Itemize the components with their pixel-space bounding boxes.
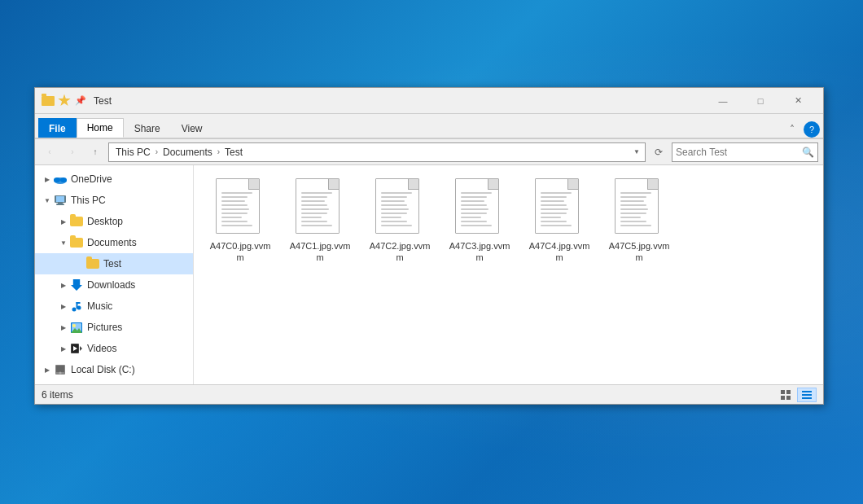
file-icon-1 bbox=[296, 178, 344, 237]
refresh-button[interactable]: ⟳ bbox=[649, 142, 668, 162]
svg-rect-28 bbox=[802, 397, 812, 399]
file-item-5[interactable]: A47C5.jpg.vvmm bbox=[602, 175, 676, 267]
view-list-button[interactable] bbox=[797, 388, 817, 402]
sidebar-item-music[interactable]: ▶ Music bbox=[35, 296, 193, 317]
file-name-5: A47C5.jpg.vvmm bbox=[606, 240, 672, 264]
files-area: A47C0.jpg.vvmmA47C1.jpg.vvmmA47C2.jpg.vv… bbox=[194, 165, 823, 384]
grid-view-icon bbox=[780, 389, 791, 401]
computer-icon bbox=[53, 194, 68, 207]
desktop-folder-icon bbox=[69, 215, 84, 228]
minimize-button[interactable]: — bbox=[704, 88, 742, 114]
svg-point-1 bbox=[54, 177, 60, 182]
downloads-icon bbox=[69, 278, 84, 291]
music-icon bbox=[69, 300, 84, 313]
up-button[interactable]: ↑ bbox=[85, 142, 105, 162]
path-dropdown-arrow[interactable]: ▼ bbox=[633, 148, 640, 156]
address-bar: ‹ › ↑ This PC › Documents › Test ▼ ⟳ 🔍 bbox=[35, 139, 823, 165]
explorer-window: 📌 Test — □ ✕ File Home Share View ˄ ? ‹ … bbox=[34, 87, 824, 405]
file-item-3[interactable]: A47C3.jpg.vvmm bbox=[443, 175, 516, 267]
svg-marker-17 bbox=[80, 346, 82, 351]
back-button[interactable]: ‹ bbox=[40, 142, 59, 162]
close-button[interactable]: ✕ bbox=[779, 88, 817, 114]
test-folder-icon bbox=[85, 257, 100, 270]
ribbon-tabs: File Home Share View ˄ ? bbox=[35, 114, 823, 138]
documents-folder-icon bbox=[69, 236, 84, 249]
disk-icon bbox=[53, 363, 68, 376]
expand-arrow-localdisk[interactable]: ▶ bbox=[42, 366, 53, 374]
title-bar-icons: 📌 bbox=[42, 94, 87, 107]
window-controls: — □ ✕ bbox=[704, 88, 817, 114]
file-item-4[interactable]: A47C4.jpg.vvmm bbox=[523, 175, 596, 267]
view-grid-button[interactable] bbox=[776, 388, 795, 402]
search-input[interactable] bbox=[676, 147, 802, 158]
onedrive-icon bbox=[53, 173, 68, 186]
file-name-2: A47C2.jpg.vvmm bbox=[366, 240, 433, 264]
sidebar-item-desktop[interactable]: ▶ Desktop bbox=[35, 211, 193, 232]
svg-rect-5 bbox=[58, 203, 63, 204]
svg-point-13 bbox=[72, 324, 76, 327]
sidebar-label-localdisk: Local Disk (C:) bbox=[71, 364, 135, 375]
svg-point-7 bbox=[72, 308, 77, 312]
sidebar-item-pictures[interactable]: ▶ Pictures bbox=[35, 317, 193, 338]
expand-arrow-desktop[interactable]: ▶ bbox=[58, 218, 69, 226]
expand-arrow-downloads[interactable]: ▶ bbox=[58, 282, 69, 289]
help-button[interactable]: ? bbox=[804, 121, 820, 138]
folder-icon-title bbox=[42, 94, 55, 107]
path-segment-test[interactable]: Test bbox=[223, 147, 244, 158]
expand-arrow-thispc[interactable]: ▼ bbox=[42, 197, 53, 204]
tab-share[interactable]: Share bbox=[124, 118, 171, 138]
sidebar-item-localdisk[interactable]: ▶ Local Disk (C:) bbox=[35, 359, 193, 380]
ribbon: File Home Share View ˄ ? bbox=[35, 114, 823, 139]
sidebar: ▶ OneDrive ▼ bbox=[35, 165, 194, 384]
sidebar-label-music: Music bbox=[87, 300, 112, 312]
expand-arrow-music[interactable]: ▶ bbox=[58, 303, 69, 310]
file-name-1: A47C1.jpg.vvmm bbox=[287, 240, 353, 264]
status-bar: 6 items bbox=[35, 384, 823, 404]
quick-access-star bbox=[58, 94, 71, 107]
svg-rect-27 bbox=[802, 394, 812, 396]
sidebar-item-downloads[interactable]: ▶ Downloads bbox=[35, 274, 193, 296]
title-bar: 📌 Test — □ ✕ bbox=[35, 88, 823, 114]
sidebar-item-thispc[interactable]: ▼ This PC bbox=[35, 190, 193, 211]
sidebar-label-videos: Videos bbox=[87, 343, 116, 354]
sidebar-item-videos[interactable]: ▶ Videos bbox=[35, 338, 193, 359]
sidebar-item-onedrive[interactable]: ▶ OneDrive bbox=[35, 169, 193, 190]
svg-rect-23 bbox=[786, 390, 791, 394]
ribbon-collapse-button[interactable]: ˄ bbox=[784, 121, 800, 138]
svg-rect-22 bbox=[781, 390, 785, 394]
svg-rect-24 bbox=[781, 396, 785, 400]
tab-home[interactable]: Home bbox=[77, 118, 124, 138]
path-sep-1: › bbox=[156, 147, 158, 156]
file-item-0[interactable]: A47C0.jpg.vvmm bbox=[204, 175, 277, 267]
svg-rect-20 bbox=[56, 366, 64, 372]
main-area: ▶ OneDrive ▼ bbox=[35, 165, 823, 384]
svg-rect-4 bbox=[56, 196, 64, 202]
file-icon-0 bbox=[216, 178, 265, 237]
file-icon-5 bbox=[615, 178, 664, 237]
search-icon[interactable]: 🔍 bbox=[802, 147, 814, 158]
sidebar-item-documents[interactable]: ▼ Documents bbox=[35, 232, 193, 253]
path-segment-thispc[interactable]: This PC bbox=[114, 147, 152, 158]
path-sep-2: › bbox=[217, 147, 220, 156]
file-item-2[interactable]: A47C2.jpg.vvmm bbox=[363, 175, 436, 267]
expand-arrow-onedrive[interactable]: ▶ bbox=[42, 176, 53, 183]
path-segment-documents[interactable]: Documents bbox=[161, 147, 214, 158]
expand-arrow-videos[interactable]: ▶ bbox=[58, 345, 69, 353]
forward-button[interactable]: › bbox=[63, 142, 82, 162]
maximize-button[interactable]: □ bbox=[742, 88, 779, 114]
tab-view[interactable]: View bbox=[171, 118, 213, 138]
file-name-0: A47C0.jpg.vvmm bbox=[207, 240, 274, 264]
view-buttons bbox=[776, 388, 817, 402]
list-view-icon bbox=[801, 389, 813, 401]
file-icon-4 bbox=[535, 178, 584, 237]
expand-arrow-pictures[interactable]: ▶ bbox=[58, 324, 69, 331]
svg-rect-6 bbox=[56, 204, 64, 205]
sidebar-label-test: Test bbox=[103, 258, 121, 270]
sidebar-label-desktop: Desktop bbox=[87, 216, 123, 227]
window-title: Test bbox=[94, 95, 704, 107]
address-path[interactable]: This PC › Documents › Test ▼ bbox=[108, 142, 646, 162]
expand-arrow-documents[interactable]: ▼ bbox=[58, 239, 69, 247]
tab-file[interactable]: File bbox=[38, 118, 77, 138]
file-item-1[interactable]: A47C1.jpg.vvmm bbox=[283, 175, 357, 267]
sidebar-item-test[interactable]: Test bbox=[35, 253, 193, 274]
